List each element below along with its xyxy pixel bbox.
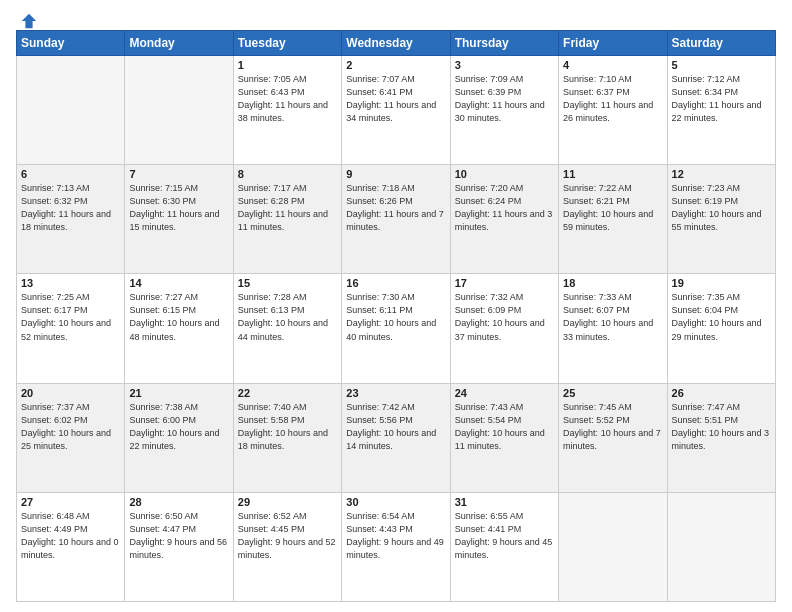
calendar-cell: 21Sunrise: 7:38 AM Sunset: 6:00 PM Dayli… — [125, 383, 233, 492]
calendar-cell: 16Sunrise: 7:30 AM Sunset: 6:11 PM Dayli… — [342, 274, 450, 383]
day-info: Sunrise: 7:05 AM Sunset: 6:43 PM Dayligh… — [238, 73, 337, 125]
day-number: 14 — [129, 277, 228, 289]
calendar-cell: 15Sunrise: 7:28 AM Sunset: 6:13 PM Dayli… — [233, 274, 341, 383]
calendar-cell: 12Sunrise: 7:23 AM Sunset: 6:19 PM Dayli… — [667, 165, 775, 274]
calendar-week-row: 20Sunrise: 7:37 AM Sunset: 6:02 PM Dayli… — [17, 383, 776, 492]
day-info: Sunrise: 7:35 AM Sunset: 6:04 PM Dayligh… — [672, 291, 771, 343]
day-info: Sunrise: 7:09 AM Sunset: 6:39 PM Dayligh… — [455, 73, 554, 125]
calendar-cell — [559, 492, 667, 601]
calendar-cell — [667, 492, 775, 601]
day-info: Sunrise: 7:27 AM Sunset: 6:15 PM Dayligh… — [129, 291, 228, 343]
day-number: 17 — [455, 277, 554, 289]
calendar-cell: 25Sunrise: 7:45 AM Sunset: 5:52 PM Dayli… — [559, 383, 667, 492]
calendar-cell: 26Sunrise: 7:47 AM Sunset: 5:51 PM Dayli… — [667, 383, 775, 492]
day-info: Sunrise: 7:25 AM Sunset: 6:17 PM Dayligh… — [21, 291, 120, 343]
day-info: Sunrise: 7:12 AM Sunset: 6:34 PM Dayligh… — [672, 73, 771, 125]
logo — [16, 12, 38, 26]
calendar-cell: 20Sunrise: 7:37 AM Sunset: 6:02 PM Dayli… — [17, 383, 125, 492]
day-info: Sunrise: 6:55 AM Sunset: 4:41 PM Dayligh… — [455, 510, 554, 562]
day-number: 23 — [346, 387, 445, 399]
calendar-cell — [17, 56, 125, 165]
day-info: Sunrise: 7:22 AM Sunset: 6:21 PM Dayligh… — [563, 182, 662, 234]
calendar-cell: 30Sunrise: 6:54 AM Sunset: 4:43 PM Dayli… — [342, 492, 450, 601]
day-info: Sunrise: 7:33 AM Sunset: 6:07 PM Dayligh… — [563, 291, 662, 343]
calendar-cell: 10Sunrise: 7:20 AM Sunset: 6:24 PM Dayli… — [450, 165, 558, 274]
calendar-header-monday: Monday — [125, 31, 233, 56]
day-number: 6 — [21, 168, 120, 180]
day-number: 16 — [346, 277, 445, 289]
calendar-week-row: 6Sunrise: 7:13 AM Sunset: 6:32 PM Daylig… — [17, 165, 776, 274]
day-info: Sunrise: 7:42 AM Sunset: 5:56 PM Dayligh… — [346, 401, 445, 453]
calendar-cell: 4Sunrise: 7:10 AM Sunset: 6:37 PM Daylig… — [559, 56, 667, 165]
calendar-header-friday: Friday — [559, 31, 667, 56]
header — [16, 12, 776, 26]
calendar-cell: 8Sunrise: 7:17 AM Sunset: 6:28 PM Daylig… — [233, 165, 341, 274]
calendar-cell: 22Sunrise: 7:40 AM Sunset: 5:58 PM Dayli… — [233, 383, 341, 492]
calendar-cell: 7Sunrise: 7:15 AM Sunset: 6:30 PM Daylig… — [125, 165, 233, 274]
calendar-header-tuesday: Tuesday — [233, 31, 341, 56]
day-info: Sunrise: 6:50 AM Sunset: 4:47 PM Dayligh… — [129, 510, 228, 562]
day-info: Sunrise: 7:13 AM Sunset: 6:32 PM Dayligh… — [21, 182, 120, 234]
calendar-header-sunday: Sunday — [17, 31, 125, 56]
day-number: 29 — [238, 496, 337, 508]
calendar-cell: 13Sunrise: 7:25 AM Sunset: 6:17 PM Dayli… — [17, 274, 125, 383]
calendar-header-row: SundayMondayTuesdayWednesdayThursdayFrid… — [17, 31, 776, 56]
day-info: Sunrise: 7:37 AM Sunset: 6:02 PM Dayligh… — [21, 401, 120, 453]
calendar-header-saturday: Saturday — [667, 31, 775, 56]
day-number: 1 — [238, 59, 337, 71]
calendar-cell: 1Sunrise: 7:05 AM Sunset: 6:43 PM Daylig… — [233, 56, 341, 165]
day-info: Sunrise: 7:45 AM Sunset: 5:52 PM Dayligh… — [563, 401, 662, 453]
calendar-cell: 24Sunrise: 7:43 AM Sunset: 5:54 PM Dayli… — [450, 383, 558, 492]
day-info: Sunrise: 7:38 AM Sunset: 6:00 PM Dayligh… — [129, 401, 228, 453]
calendar-cell: 5Sunrise: 7:12 AM Sunset: 6:34 PM Daylig… — [667, 56, 775, 165]
day-number: 8 — [238, 168, 337, 180]
calendar-cell: 23Sunrise: 7:42 AM Sunset: 5:56 PM Dayli… — [342, 383, 450, 492]
day-number: 27 — [21, 496, 120, 508]
day-number: 21 — [129, 387, 228, 399]
calendar-cell — [125, 56, 233, 165]
day-info: Sunrise: 7:17 AM Sunset: 6:28 PM Dayligh… — [238, 182, 337, 234]
day-number: 24 — [455, 387, 554, 399]
day-info: Sunrise: 7:30 AM Sunset: 6:11 PM Dayligh… — [346, 291, 445, 343]
calendar-cell: 11Sunrise: 7:22 AM Sunset: 6:21 PM Dayli… — [559, 165, 667, 274]
day-number: 7 — [129, 168, 228, 180]
calendar-cell: 6Sunrise: 7:13 AM Sunset: 6:32 PM Daylig… — [17, 165, 125, 274]
calendar-week-row: 27Sunrise: 6:48 AM Sunset: 4:49 PM Dayli… — [17, 492, 776, 601]
calendar-cell: 9Sunrise: 7:18 AM Sunset: 6:26 PM Daylig… — [342, 165, 450, 274]
day-number: 11 — [563, 168, 662, 180]
day-number: 12 — [672, 168, 771, 180]
calendar-cell: 28Sunrise: 6:50 AM Sunset: 4:47 PM Dayli… — [125, 492, 233, 601]
calendar-week-row: 1Sunrise: 7:05 AM Sunset: 6:43 PM Daylig… — [17, 56, 776, 165]
day-number: 20 — [21, 387, 120, 399]
calendar-cell: 2Sunrise: 7:07 AM Sunset: 6:41 PM Daylig… — [342, 56, 450, 165]
day-info: Sunrise: 7:32 AM Sunset: 6:09 PM Dayligh… — [455, 291, 554, 343]
svg-marker-0 — [22, 14, 36, 28]
calendar-header-thursday: Thursday — [450, 31, 558, 56]
day-info: Sunrise: 7:28 AM Sunset: 6:13 PM Dayligh… — [238, 291, 337, 343]
day-number: 5 — [672, 59, 771, 71]
calendar-week-row: 13Sunrise: 7:25 AM Sunset: 6:17 PM Dayli… — [17, 274, 776, 383]
calendar-cell: 19Sunrise: 7:35 AM Sunset: 6:04 PM Dayli… — [667, 274, 775, 383]
calendar-table: SundayMondayTuesdayWednesdayThursdayFrid… — [16, 30, 776, 602]
day-info: Sunrise: 7:20 AM Sunset: 6:24 PM Dayligh… — [455, 182, 554, 234]
day-number: 3 — [455, 59, 554, 71]
day-number: 10 — [455, 168, 554, 180]
day-number: 19 — [672, 277, 771, 289]
day-number: 28 — [129, 496, 228, 508]
day-number: 31 — [455, 496, 554, 508]
day-number: 18 — [563, 277, 662, 289]
calendar-cell: 31Sunrise: 6:55 AM Sunset: 4:41 PM Dayli… — [450, 492, 558, 601]
day-number: 15 — [238, 277, 337, 289]
day-info: Sunrise: 7:18 AM Sunset: 6:26 PM Dayligh… — [346, 182, 445, 234]
day-number: 9 — [346, 168, 445, 180]
day-info: Sunrise: 6:52 AM Sunset: 4:45 PM Dayligh… — [238, 510, 337, 562]
calendar-cell: 18Sunrise: 7:33 AM Sunset: 6:07 PM Dayli… — [559, 274, 667, 383]
day-info: Sunrise: 6:48 AM Sunset: 4:49 PM Dayligh… — [21, 510, 120, 562]
day-number: 25 — [563, 387, 662, 399]
day-info: Sunrise: 7:23 AM Sunset: 6:19 PM Dayligh… — [672, 182, 771, 234]
calendar-cell: 29Sunrise: 6:52 AM Sunset: 4:45 PM Dayli… — [233, 492, 341, 601]
calendar-cell: 17Sunrise: 7:32 AM Sunset: 6:09 PM Dayli… — [450, 274, 558, 383]
day-info: Sunrise: 7:43 AM Sunset: 5:54 PM Dayligh… — [455, 401, 554, 453]
day-number: 2 — [346, 59, 445, 71]
day-info: Sunrise: 7:15 AM Sunset: 6:30 PM Dayligh… — [129, 182, 228, 234]
